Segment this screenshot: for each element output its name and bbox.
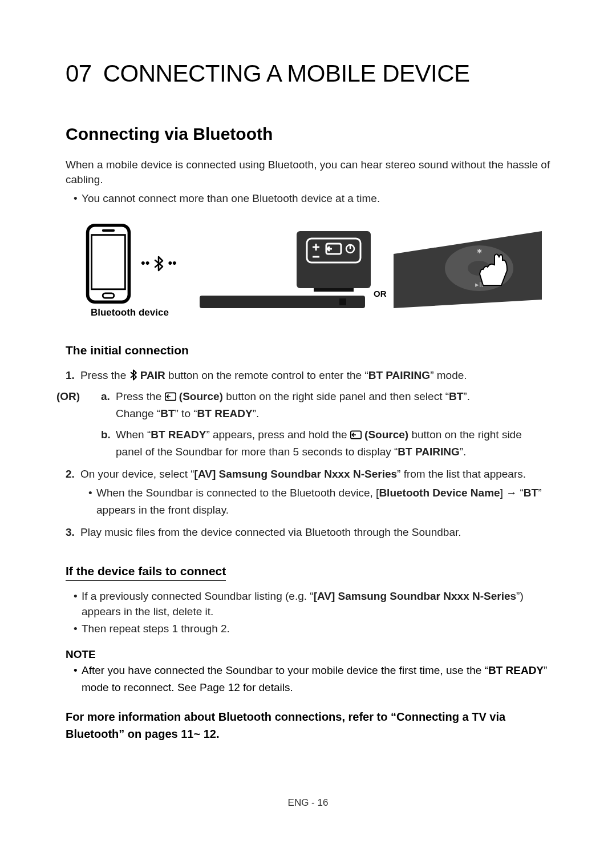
figure-phone-block: •• •• Bluetooth device	[83, 224, 177, 320]
step2-bullet: When the Soundbar is connected to the Bl…	[88, 484, 550, 518]
svg-text:✱: ✱	[476, 248, 481, 255]
step1-text: Press the	[80, 369, 129, 381]
sa2-mid: ” to “	[175, 407, 197, 419]
btpairing-label: BT PAIRING	[368, 369, 430, 381]
step1-mid: button on the remote control to enter th…	[165, 369, 368, 381]
or-label: (OR)	[56, 388, 80, 405]
note-prefix: After you have connected the Soundbar to…	[82, 664, 488, 676]
step-2: 2. On your device, select “[AV] Samsung …	[66, 466, 550, 518]
s2s-bt: BT	[524, 487, 538, 499]
more-info: For more information about Bluetooth con…	[66, 708, 550, 742]
soundbar-icon	[200, 296, 365, 308]
fails-bullets: If a previously connected Soundbar listi…	[66, 589, 550, 637]
sa-prefix: Press the	[116, 390, 165, 402]
substep-b: b. When “BT READY” appears, press and ho…	[101, 426, 550, 460]
sa2-bt: BT	[160, 407, 175, 419]
initial-connection-heading: The initial connection	[66, 342, 550, 358]
note-btready: BT READY	[488, 664, 544, 676]
s3-text: Play music files from the device connect…	[80, 526, 461, 538]
chapter-title: 07CONNECTING A MOBILE DEVICE	[66, 57, 550, 91]
fb1-av: [AV] Samsung Soundbar Nxxx N-Series	[314, 590, 516, 602]
step-1: 1. Press the PAIR button on the remote c…	[66, 367, 550, 460]
bluetooth-anim-icon: •• ••	[141, 255, 177, 272]
chapter-number: 07	[66, 60, 92, 87]
smartphone-icon	[83, 224, 134, 304]
section-heading: Connecting via Bluetooth	[66, 122, 550, 146]
sb-prefix: When “	[116, 429, 151, 441]
step1-suffix: ” mode.	[430, 369, 467, 381]
source-label: (Source)	[176, 390, 223, 402]
s2s-bdn: Bluetooth Device Name	[379, 487, 500, 499]
s2s-prefix: When the Soundbar is connected to the Bl…	[96, 487, 379, 499]
bluetooth-icon	[153, 256, 164, 272]
fb1-prefix: If a previously connected Soundbar listi…	[82, 590, 314, 602]
sb-mid1: ” appears, press and hold the	[206, 429, 350, 441]
fails-heading: If the device fails to connect	[66, 563, 226, 581]
source-icon	[350, 430, 362, 440]
note-label: NOTE	[66, 647, 550, 663]
sa-suffix: ”.	[463, 390, 470, 402]
sa-bt: BT	[449, 390, 463, 402]
pair-label: PAIR	[137, 369, 165, 381]
s2-suffix: ” from the list that appears.	[397, 468, 526, 480]
figure-row: •• •• Bluetooth device	[83, 224, 550, 320]
s2-prefix: On your device, select “	[80, 468, 194, 480]
bluetooth-device-caption: Bluetooth device	[83, 306, 177, 320]
svg-rect-2	[102, 229, 115, 231]
step-3: 3. Play music files from the device conn…	[66, 524, 550, 540]
intro-bullets: You cannot connect more than one Bluetoo…	[66, 191, 550, 207]
sb-source: (Source)	[362, 429, 408, 441]
page-footer: ENG - 16	[0, 796, 616, 810]
sa-mid: button on the right side panel and then …	[223, 390, 449, 402]
chapter-title-text: CONNECTING A MOBILE DEVICE	[103, 60, 470, 87]
sa2-suffix: ”.	[253, 407, 260, 419]
step2-bullets: When the Soundbar is connected to the Bl…	[80, 484, 550, 518]
intro-paragraph: When a mobile device is connected using …	[66, 158, 550, 188]
fails-bullet-2: Then repeat steps 1 through 2.	[74, 621, 550, 637]
source-icon	[165, 391, 176, 402]
note-item: After you have connected the Soundbar to…	[74, 662, 550, 696]
figure-soundbar-block: OR ✱ ▸▸ ▸II	[200, 228, 550, 314]
svg-rect-1	[92, 235, 125, 289]
sb-suffix: ”.	[460, 446, 467, 458]
intro-bullet-item: You cannot connect more than one Bluetoo…	[74, 191, 550, 207]
note-list: After you have connected the Soundbar to…	[66, 662, 550, 696]
s2s-mid: ] → “	[500, 487, 524, 499]
sa2-prefix: Change “	[116, 407, 160, 419]
sb-btready: BT READY	[151, 429, 206, 441]
bluetooth-icon	[129, 369, 137, 381]
sb-btpairing: BT PAIRING	[398, 446, 459, 458]
touch-remote-icon: ✱ ▸▸ ▸II	[394, 231, 542, 308]
sa2-btready: BT READY	[197, 407, 253, 419]
svg-rect-12	[314, 288, 354, 292]
substep-a: a. Press the (Source) button on the righ…	[101, 388, 550, 422]
initial-steps: 1. Press the PAIR button on the remote c…	[66, 367, 550, 541]
figure-or-label: OR	[374, 289, 387, 298]
substeps: a. Press the (Source) button on the righ…	[80, 388, 550, 460]
svg-rect-14	[339, 298, 346, 305]
fails-bullet-1: If a previously connected Soundbar listi…	[74, 589, 550, 619]
tv-rear-icon	[297, 231, 371, 292]
s2-av: [AV] Samsung Soundbar Nxxx N-Series	[194, 468, 397, 480]
